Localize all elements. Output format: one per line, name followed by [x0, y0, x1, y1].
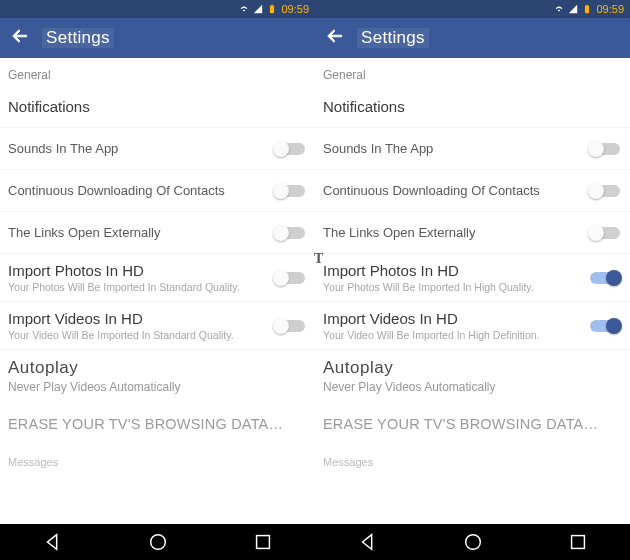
- links-label: The Links Open Externally: [8, 225, 275, 240]
- autoplay-sub: Never Play Videos Automatically: [8, 380, 305, 394]
- row-links[interactable]: The Links Open Externally: [315, 212, 630, 254]
- back-icon[interactable]: [10, 26, 30, 50]
- wifi-icon: [554, 4, 564, 14]
- screen-left: 09:59 Settings General Notifications Sou…: [0, 0, 315, 524]
- sounds-label: Sounds In The App: [323, 141, 590, 156]
- photos-sub: Your Photos Will Be Imported In Standard…: [8, 281, 275, 293]
- videos-sub: Your Video Will Be Imported In Standard …: [8, 329, 275, 341]
- row-contacts[interactable]: Continuous Downloading Of Contacts: [315, 170, 630, 212]
- row-notifications[interactable]: Notifications: [0, 86, 315, 128]
- notifications-label: Notifications: [323, 98, 620, 115]
- section-general: General: [315, 58, 630, 86]
- svg-point-0: [150, 535, 165, 550]
- links-switch[interactable]: [590, 227, 620, 239]
- photos-label: Import Photos In HD: [323, 262, 590, 279]
- contacts-label: Continuous Downloading Of Contacts: [8, 183, 275, 198]
- row-photos[interactable]: Import Photos In HD Your Photos Will Be …: [315, 254, 630, 302]
- row-videos[interactable]: Import Videos In HD Your Video Will Be I…: [315, 302, 630, 350]
- sounds-switch[interactable]: [590, 143, 620, 155]
- notifications-label: Notifications: [8, 98, 305, 115]
- messages-section: Messages: [0, 446, 315, 478]
- appbar-title: Settings: [42, 28, 114, 48]
- row-autoplay[interactable]: Autoplay Never Play Videos Automatically: [315, 350, 630, 402]
- row-photos[interactable]: Import Photos In HD Your Photos Will Be …: [0, 254, 315, 302]
- svg-point-2: [465, 535, 480, 550]
- nav-back-icon[interactable]: [354, 528, 382, 556]
- back-icon[interactable]: [325, 26, 345, 50]
- screen-right: 09:59 Settings General Notifications Sou…: [315, 0, 630, 524]
- nav-home-icon[interactable]: [459, 528, 487, 556]
- photos-label: Import Photos In HD: [8, 262, 275, 279]
- battery-icon: [582, 4, 592, 14]
- status-bar: 09:59: [0, 0, 315, 18]
- watermark-t: T: [314, 251, 323, 267]
- status-time: 09:59: [281, 3, 309, 15]
- signal-icon: [253, 4, 263, 14]
- nav-recent-icon[interactable]: [564, 528, 592, 556]
- videos-label: Import Videos In HD: [323, 310, 590, 327]
- wifi-icon: [239, 4, 249, 14]
- row-videos[interactable]: Import Videos In HD Your Video Will Be I…: [0, 302, 315, 350]
- erase-data[interactable]: ERASE YOUR TV'S BROWSING DATA…: [315, 402, 630, 446]
- videos-switch[interactable]: [590, 320, 620, 332]
- videos-switch[interactable]: [275, 320, 305, 332]
- messages-section: Messages: [315, 446, 630, 478]
- row-links[interactable]: The Links Open Externally: [0, 212, 315, 254]
- status-time: 09:59: [596, 3, 624, 15]
- sounds-switch[interactable]: [275, 143, 305, 155]
- app-bar: Settings: [315, 18, 630, 58]
- links-switch[interactable]: [275, 227, 305, 239]
- autoplay-sub: Never Play Videos Automatically: [323, 380, 620, 394]
- contacts-label: Continuous Downloading Of Contacts: [323, 183, 590, 198]
- row-autoplay[interactable]: Autoplay Never Play Videos Automatically: [0, 350, 315, 402]
- status-bar: 09:59: [315, 0, 630, 18]
- photos-switch[interactable]: [590, 272, 620, 284]
- svg-rect-1: [256, 536, 269, 549]
- sounds-label: Sounds In The App: [8, 141, 275, 156]
- app-bar: Settings: [0, 18, 315, 58]
- links-label: The Links Open Externally: [323, 225, 590, 240]
- nav-back-icon[interactable]: [39, 528, 67, 556]
- erase-data[interactable]: ERASE YOUR TV'S BROWSING DATA…: [0, 402, 315, 446]
- row-contacts[interactable]: Continuous Downloading Of Contacts: [0, 170, 315, 212]
- section-general: General: [0, 58, 315, 86]
- autoplay-label: Autoplay: [323, 358, 620, 378]
- contacts-switch[interactable]: [590, 185, 620, 197]
- videos-sub: Your Video Will Be Imported In High Defi…: [323, 329, 590, 341]
- appbar-title: Settings: [357, 28, 429, 48]
- android-navbar: [0, 524, 630, 560]
- row-notifications[interactable]: Notifications: [315, 86, 630, 128]
- nav-home-icon[interactable]: [144, 528, 172, 556]
- photos-switch[interactable]: [275, 272, 305, 284]
- nav-recent-icon[interactable]: [249, 528, 277, 556]
- videos-label: Import Videos In HD: [8, 310, 275, 327]
- battery-icon: [267, 4, 277, 14]
- row-sounds[interactable]: Sounds In The App: [315, 128, 630, 170]
- row-sounds[interactable]: Sounds In The App: [0, 128, 315, 170]
- autoplay-label: Autoplay: [8, 358, 305, 378]
- photos-sub: Your Photos Will Be Imported In High Qua…: [323, 281, 590, 293]
- svg-rect-3: [571, 536, 584, 549]
- signal-icon: [568, 4, 578, 14]
- contacts-switch[interactable]: [275, 185, 305, 197]
